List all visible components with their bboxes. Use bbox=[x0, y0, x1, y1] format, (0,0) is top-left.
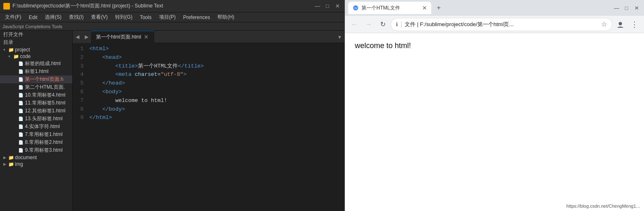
sidebar: 打开文件 目录 ▾ 📁 project ▾ 📁 code ▶ 📄 标签的组成.h bbox=[0, 31, 73, 211]
file-icon-11: 📄 bbox=[18, 140, 24, 145]
svg-point-3 bbox=[619, 22, 622, 25]
tab-menu-button[interactable]: ▾ bbox=[334, 31, 344, 43]
refresh-button[interactable]: ↻ bbox=[376, 18, 389, 31]
editor-area: 打开文件 目录 ▾ 📁 project ▾ 📁 code ▶ 📄 标签的组成.h bbox=[0, 31, 344, 211]
sidebar-file-12[interactable]: ▶ 📄 9.常用标签3.html bbox=[0, 146, 72, 154]
file-label-7: 12.其他标签1.html bbox=[25, 107, 65, 114]
tab-html-file[interactable]: 第一个html页面.html ✕ bbox=[91, 31, 154, 43]
sidebar-file-10[interactable]: ▶ 📄 7.常用标签1.html bbox=[0, 131, 72, 138]
editor-pane: ◀ ▶ 第一个html页面.html ✕ ▾ 12345 6789 <html>… bbox=[73, 31, 344, 211]
menu-tools[interactable]: Tools bbox=[137, 14, 155, 21]
code-area[interactable]: 12345 6789 <html> <head> <title>第一个HTML文… bbox=[73, 43, 344, 211]
back-button[interactable]: ← bbox=[348, 18, 361, 31]
minimize-button[interactable]: — bbox=[314, 2, 321, 10]
menu-help[interactable]: 帮助(H) bbox=[214, 13, 238, 22]
code-line-9: </html> bbox=[89, 114, 344, 122]
file-icon-6: 📄 bbox=[18, 101, 24, 105]
sidebar-file-7[interactable]: ▶ 📄 12.其他标签1.html bbox=[0, 107, 72, 115]
sidebar-item-document[interactable]: ▶ 📁 document bbox=[0, 154, 72, 161]
sidebar-file-5[interactable]: ▶ 📄 10.常用标签4.html bbox=[0, 91, 72, 99]
folder-arrow-project: ▾ bbox=[3, 48, 8, 52]
file-label-3: 第一个html页面.h bbox=[25, 76, 64, 83]
menu-preferences[interactable]: Preferences bbox=[180, 14, 214, 21]
folder-icon-code: 📁 bbox=[13, 54, 19, 59]
chrome-window-controls: — □ ✕ bbox=[612, 4, 641, 12]
close-button[interactable]: ✕ bbox=[334, 2, 341, 10]
sidebar-file-8[interactable]: ▶ 📄 13.头部标签.html bbox=[0, 115, 72, 123]
sublime-title-text: F:\sublime\project\code\第一个html页面.html (… bbox=[12, 2, 163, 10]
sidebar-directory-label: 目录 bbox=[0, 39, 72, 46]
chrome-profile-button[interactable] bbox=[614, 18, 627, 31]
chrome-tab-close-button[interactable]: ✕ bbox=[422, 5, 427, 11]
folder-document-label: document bbox=[15, 155, 37, 160]
code-line-1: <html> bbox=[89, 45, 344, 53]
file-icon-5: 📄 bbox=[18, 93, 24, 97]
lock-icon: ℹ bbox=[396, 22, 398, 27]
menu-select[interactable]: 选择(S) bbox=[42, 13, 65, 22]
status-bar-url: https://blog.csdn.net/ChengMeng1... bbox=[566, 204, 640, 209]
page-welcome-text: welcome to html! bbox=[355, 41, 411, 50]
file-label-9: 4.实体字符.html bbox=[25, 123, 60, 130]
svg-text:W: W bbox=[354, 6, 358, 10]
chrome-toolbar: ← → ↻ ℹ | 文件 | F:/sublime/project/code/第… bbox=[345, 16, 644, 33]
file-icon-8: 📄 bbox=[18, 116, 24, 121]
folder-code-label: code bbox=[20, 53, 31, 59]
sidebar-file-3-active[interactable]: ▶ 📄 第一个html页面.h bbox=[0, 75, 72, 83]
file-icon-10: 📄 bbox=[18, 132, 24, 137]
menu-file[interactable]: 文件(F) bbox=[2, 13, 25, 22]
sidebar-file-4[interactable]: ▶ 📄 第二个HTML页面. bbox=[0, 83, 72, 91]
sidebar-open-file[interactable]: 打开文件 bbox=[0, 31, 72, 39]
menu-goto[interactable]: 转到(G) bbox=[112, 13, 135, 22]
file-icon-9: 📄 bbox=[18, 124, 24, 129]
js-bar-text: JavaScript Completions Tools bbox=[2, 24, 62, 29]
sidebar-file-6[interactable]: ▶ 📄 11.常用标签5.html bbox=[0, 99, 72, 107]
file-label-5: 10.常用标签4.html bbox=[25, 92, 65, 99]
chrome-maximize-button[interactable]: □ bbox=[622, 4, 631, 12]
chrome-close-button[interactable]: ✕ bbox=[632, 4, 641, 12]
open-file-label: 打开文件 bbox=[3, 31, 23, 38]
folder-arrow-img: ▶ bbox=[3, 162, 8, 166]
sidebar-file-11[interactable]: ▶ 📄 8.常用标签2.html bbox=[0, 138, 72, 146]
menu-find[interactable]: 查找(I) bbox=[66, 13, 87, 22]
folder-img-label: img bbox=[15, 161, 23, 167]
tab-bar: ◀ ▶ 第一个html页面.html ✕ ▾ bbox=[73, 31, 344, 43]
file-icon-2: 📄 bbox=[18, 69, 24, 74]
folder-arrow-code: ▾ bbox=[8, 54, 13, 58]
chrome-new-tab-button[interactable]: + bbox=[433, 2, 445, 14]
address-text: 文件 | F:/sublime/project/code/第一个html页... bbox=[405, 21, 599, 28]
menu-project[interactable]: 项目(P) bbox=[156, 13, 179, 22]
chrome-minimize-button[interactable]: — bbox=[612, 4, 621, 12]
sublime-title-bar: F:\sublime\project\code\第一个html页面.html (… bbox=[0, 0, 344, 12]
sidebar-item-code[interactable]: ▾ 📁 code bbox=[0, 53, 72, 60]
chrome-window: W 第一个HTML文件 ✕ + — □ ✕ ← → ↻ ℹ | 文件 | F:/… bbox=[345, 0, 644, 211]
chrome-tab-active[interactable]: W 第一个HTML文件 ✕ bbox=[348, 2, 431, 14]
menu-edit[interactable]: Edit bbox=[25, 14, 41, 21]
sidebar-file-9[interactable]: ▶ 📄 4.实体字符.html bbox=[0, 123, 72, 131]
chrome-page-content: welcome to html! https://blog.csdn.net/C… bbox=[345, 33, 644, 211]
code-line-8: </body> bbox=[89, 105, 344, 114]
sidebar-item-img[interactable]: ▶ 📁 img bbox=[0, 161, 72, 167]
tab-nav-right[interactable]: ▶ bbox=[82, 31, 91, 43]
sidebar-item-project[interactable]: ▾ 📁 project bbox=[0, 46, 72, 53]
folder-project-label: project bbox=[15, 47, 30, 53]
file-label-11: 8.常用标签2.html bbox=[25, 139, 63, 146]
title-bar-controls: — □ ✕ bbox=[314, 2, 341, 10]
file-label-12: 9.常用标签3.html bbox=[25, 147, 63, 154]
code-content[interactable]: <html> <head> <title>第一个HTML文件</title> <… bbox=[86, 43, 344, 211]
file-label-1: 标签的组成.html bbox=[25, 60, 61, 67]
bookmark-star-icon[interactable]: ☆ bbox=[601, 20, 607, 28]
forward-button[interactable]: → bbox=[362, 18, 375, 31]
file-icon-1: 📄 bbox=[18, 61, 24, 66]
sidebar-file-2[interactable]: ▶ 📄 标签1.html bbox=[0, 68, 72, 75]
tab-close-button[interactable]: ✕ bbox=[144, 34, 149, 40]
svg-point-0 bbox=[5, 4, 9, 8]
menu-view[interactable]: 查看(V) bbox=[88, 13, 111, 22]
maximize-button[interactable]: □ bbox=[324, 2, 331, 10]
chrome-favicon: W bbox=[352, 5, 359, 11]
chrome-more-button[interactable]: ⋮ bbox=[628, 18, 641, 31]
sidebar-file-1[interactable]: ▶ 📄 标签的组成.html bbox=[0, 60, 72, 68]
folder-icon-document: 📁 bbox=[8, 155, 14, 160]
address-bar[interactable]: ℹ | 文件 | F:/sublime/project/code/第一个html… bbox=[391, 18, 612, 31]
tab-nav-left[interactable]: ◀ bbox=[73, 31, 82, 43]
sublime-window: F:\sublime\project\code\第一个html页面.html (… bbox=[0, 0, 345, 211]
